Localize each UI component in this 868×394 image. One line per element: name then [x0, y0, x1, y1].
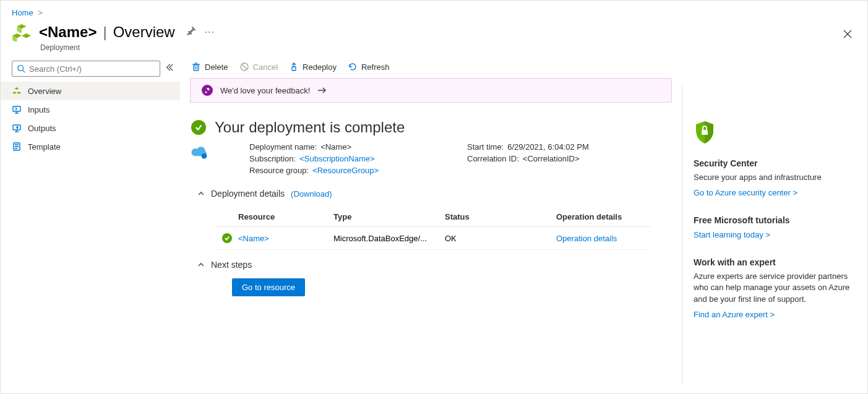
svg-point-33: [202, 153, 207, 159]
side-security-title: Security Center: [694, 158, 856, 168]
side-expert-desc: Azure experts are service provider partn…: [694, 271, 856, 305]
toolbar: Delete Cancel Redeploy Refresh: [180, 61, 682, 78]
section-next-steps[interactable]: Next steps: [197, 260, 671, 270]
pin-icon[interactable]: [186, 26, 196, 38]
sidebar-item-label: Overview: [28, 87, 61, 96]
delete-button[interactable]: Delete: [191, 62, 228, 72]
row-operation-link[interactable]: Operation details: [556, 234, 617, 243]
toolbar-label: Redeploy: [303, 62, 337, 72]
svg-line-29: [242, 64, 247, 69]
side-expert-title: Work with an expert: [694, 257, 856, 267]
side-expert-link[interactable]: Find an Azure expert >: [694, 310, 775, 319]
sidebar-collapse-icon[interactable]: [165, 63, 174, 74]
page-title: <Name> | Overview: [39, 24, 175, 41]
close-button[interactable]: [843, 29, 853, 41]
sidebar-item-outputs[interactable]: Outputs: [1, 119, 180, 137]
shield-icon: [694, 120, 856, 147]
search-input[interactable]: [29, 64, 155, 74]
value-start-time: 6/29/2021, 6:04:02 PM: [507, 142, 589, 152]
label-start-time: Start time:: [467, 142, 504, 152]
deployment-table: Resource Type Status Operation details <…: [215, 207, 651, 250]
value-resource-group[interactable]: <ResourceGroup>: [312, 166, 379, 175]
feedback-banner[interactable]: We'd love your feedback!: [190, 78, 672, 103]
resource-cubes-icon: [12, 22, 32, 42]
search-icon: [17, 64, 25, 73]
breadcrumb-separator-icon: >: [38, 8, 43, 17]
section-title: Next steps: [211, 260, 252, 270]
th-operation: Operation details: [556, 212, 643, 221]
page-title-section: Overview: [113, 24, 175, 41]
table-row: <Name> Microsoft.DataBoxEdge/... OK Oper…: [215, 227, 651, 250]
chevron-up-icon: [197, 190, 205, 197]
toolbar-label: Delete: [205, 62, 228, 72]
cancel-button: Cancel: [239, 62, 278, 72]
page-title-name: <Name>: [39, 24, 97, 41]
refresh-button[interactable]: Refresh: [348, 62, 390, 72]
cloud-icon: [191, 146, 208, 178]
row-status: OK: [445, 234, 556, 243]
redeploy-button[interactable]: Redeploy: [289, 62, 337, 72]
refresh-icon: [348, 62, 358, 72]
sidebar-item-label: Inputs: [28, 105, 49, 114]
label-deployment-name: Deployment name:: [249, 142, 317, 152]
sidebar-item-template[interactable]: Template: [1, 137, 180, 156]
th-status: Status: [445, 212, 556, 221]
sidebar: Overview Inputs Outputs Template: [1, 61, 180, 385]
toolbar-label: Cancel: [253, 62, 278, 72]
page-title-row: <Name> | Overview ···: [1, 20, 867, 43]
svg-point-8: [18, 66, 24, 71]
svg-rect-23: [194, 65, 199, 71]
side-tutorials-link[interactable]: Start learning today >: [694, 230, 770, 239]
sidebar-item-inputs[interactable]: Inputs: [1, 100, 180, 119]
search-input-wrap[interactable]: [12, 61, 160, 77]
row-status-ok-icon: [222, 233, 232, 243]
sidebar-item-overview[interactable]: Overview: [1, 82, 180, 100]
label-correlation-id: Correlation ID:: [467, 154, 519, 163]
row-type: Microsoft.DataBoxEdge/...: [333, 234, 445, 243]
side-security-link[interactable]: Go to Azure security center >: [694, 188, 797, 197]
svg-marker-12: [17, 92, 21, 94]
outputs-icon: [12, 123, 22, 133]
more-icon[interactable]: ···: [205, 27, 215, 38]
side-tutorials: Free Microsoft tutorials Start learning …: [694, 215, 856, 240]
side-tutorials-title: Free Microsoft tutorials: [694, 215, 856, 225]
value-correlation-id: <CorrelationID>: [523, 154, 580, 163]
row-resource-link[interactable]: <Name>: [238, 234, 269, 243]
label-resource-group: Resource group:: [249, 166, 309, 175]
section-title: Deployment details: [211, 189, 285, 199]
breadcrumb: Home >: [1, 1, 867, 20]
value-deployment-name: <Name>: [320, 142, 351, 152]
redeploy-icon: [289, 62, 299, 72]
status-title: Your deployment is complete: [215, 119, 405, 136]
sidebar-item-label: Template: [28, 142, 61, 152]
svg-rect-30: [292, 67, 296, 71]
download-link[interactable]: (Download): [291, 189, 332, 199]
label-subscription: Subscription:: [249, 154, 296, 163]
side-expert: Work with an expert Azure experts are se…: [694, 257, 856, 320]
side-security: Security Center Secure your apps and inf…: [694, 158, 856, 198]
section-deployment-details[interactable]: Deployment details (Download): [197, 189, 671, 199]
overview-icon: [12, 86, 22, 96]
template-icon: [12, 142, 22, 152]
svg-rect-34: [702, 130, 708, 135]
side-security-desc: Secure your apps and infrastructure: [694, 172, 856, 183]
cancel-icon: [239, 62, 249, 72]
inputs-icon: [12, 105, 22, 114]
svg-marker-10: [15, 87, 19, 90]
page-subtitle: Deployment: [1, 43, 867, 61]
feedback-text: We'd love your feedback!: [220, 86, 310, 95]
rocket-icon: [202, 85, 213, 96]
toolbar-label: Refresh: [361, 62, 390, 72]
side-panel: Security Center Secure your apps and inf…: [682, 85, 867, 385]
breadcrumb-home[interactable]: Home: [12, 8, 33, 17]
svg-line-9: [23, 71, 25, 73]
value-subscription[interactable]: <SubscriptionName>: [299, 154, 374, 163]
success-check-icon: [191, 120, 206, 135]
status-header: Your deployment is complete: [180, 103, 682, 140]
th-type: Type: [333, 212, 445, 221]
th-resource: Resource: [222, 212, 333, 221]
chevron-up-icon: [197, 261, 205, 268]
svg-marker-2: [22, 33, 31, 38]
sidebar-item-label: Outputs: [28, 124, 56, 133]
go-to-resource-button[interactable]: Go to resource: [232, 278, 305, 296]
